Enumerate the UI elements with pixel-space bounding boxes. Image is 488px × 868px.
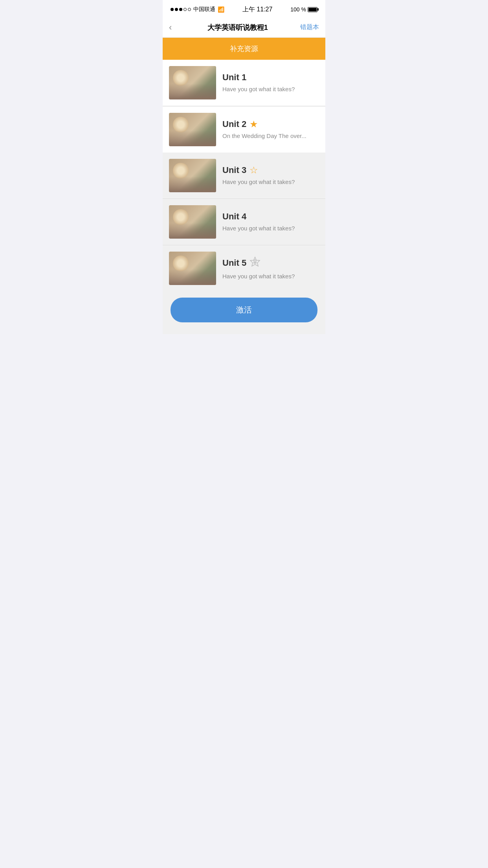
signal-dots bbox=[171, 8, 191, 11]
unit3-info: Unit 3 ☆ Have you got what it takes? bbox=[216, 165, 319, 186]
battery-icon bbox=[308, 7, 317, 12]
unit5-lock-star-icon bbox=[250, 256, 261, 270]
status-right: 100 % bbox=[290, 6, 317, 13]
unit2-thumbnail bbox=[169, 113, 216, 146]
nav-bar: ‹ 大学英语听说教程1 错题本 bbox=[163, 17, 325, 38]
battery-bar bbox=[308, 7, 317, 12]
unit1-info: Unit 1 Have you got what it takes? bbox=[216, 72, 319, 93]
unit5-desc: Have you got what it takes? bbox=[222, 272, 319, 280]
carrier-label: 中国联通 bbox=[193, 6, 215, 13]
activate-bar: 激活 bbox=[163, 291, 325, 334]
unit3-title-row: Unit 3 ☆ bbox=[222, 165, 319, 175]
unit5-thumbnail bbox=[169, 252, 216, 285]
unit2-name: Unit 2 bbox=[222, 119, 246, 129]
unit2-star-icon: ★ bbox=[250, 120, 258, 129]
wifi-icon: 📶 bbox=[218, 6, 224, 13]
unit3-star-icon: ☆ bbox=[250, 166, 258, 175]
unit4-name: Unit 4 bbox=[222, 211, 246, 222]
unit5-info: Unit 5 Have you got what it takes? bbox=[216, 256, 319, 280]
unit3-desc: Have you got what it takes? bbox=[222, 178, 319, 186]
status-left: 中国联通 📶 bbox=[171, 6, 224, 13]
dot3 bbox=[179, 8, 182, 11]
unit4-desc: Have you got what it takes? bbox=[222, 224, 319, 232]
status-bar: 中国联通 📶 上午 11:27 100 % bbox=[163, 0, 325, 17]
unit-item-3[interactable]: Unit 3 ☆ Have you got what it takes? bbox=[163, 153, 325, 199]
wrong-book-button[interactable]: 错题本 bbox=[300, 23, 319, 31]
unit-section-gray: Unit 3 ☆ Have you got what it takes? Uni… bbox=[163, 153, 325, 291]
page-title: 大学英语听说教程1 bbox=[207, 23, 268, 32]
unit5-title-row: Unit 5 bbox=[222, 256, 319, 270]
unit1-title-row: Unit 1 bbox=[222, 72, 319, 83]
unit4-title-row: Unit 4 bbox=[222, 211, 319, 222]
unit-item-4[interactable]: Unit 4 Have you got what it takes? bbox=[163, 199, 325, 245]
battery-percent: 100 % bbox=[290, 6, 306, 13]
dot1 bbox=[171, 8, 174, 11]
unit-item-5[interactable]: Unit 5 Have you got what it takes? bbox=[163, 245, 325, 291]
dot4 bbox=[183, 8, 187, 11]
battery-fill bbox=[308, 8, 317, 11]
unit3-thumbnail bbox=[169, 159, 216, 192]
dot2 bbox=[175, 8, 178, 11]
supplement-banner[interactable]: 补充资源 bbox=[163, 38, 325, 60]
unit2-info: Unit 2 ★ On the Wedding Day The over... bbox=[216, 119, 319, 140]
dot5 bbox=[188, 8, 191, 11]
unit-list: Unit 1 Have you got what it takes? Unit … bbox=[163, 60, 325, 291]
status-time: 上午 11:27 bbox=[242, 6, 272, 14]
svg-rect-2 bbox=[255, 262, 255, 263]
activate-button[interactable]: 激活 bbox=[171, 298, 317, 322]
unit1-desc: Have you got what it takes? bbox=[222, 85, 319, 93]
back-button[interactable]: ‹ bbox=[169, 21, 175, 34]
unit5-name: Unit 5 bbox=[222, 258, 246, 268]
unit-section-white-1: Unit 1 Have you got what it takes? Unit … bbox=[163, 60, 325, 153]
unit1-thumbnail bbox=[169, 66, 216, 99]
unit1-name: Unit 1 bbox=[222, 72, 246, 83]
unit2-title-row: Unit 2 ★ bbox=[222, 119, 319, 129]
unit-item-1[interactable]: Unit 1 Have you got what it takes? bbox=[163, 60, 325, 106]
unit3-name: Unit 3 bbox=[222, 165, 246, 175]
unit2-desc: On the Wedding Day The over... bbox=[222, 132, 319, 140]
unit-item-2[interactable]: Unit 2 ★ On the Wedding Day The over... bbox=[163, 107, 325, 153]
unit4-info: Unit 4 Have you got what it takes? bbox=[216, 211, 319, 232]
unit4-thumbnail bbox=[169, 205, 216, 239]
